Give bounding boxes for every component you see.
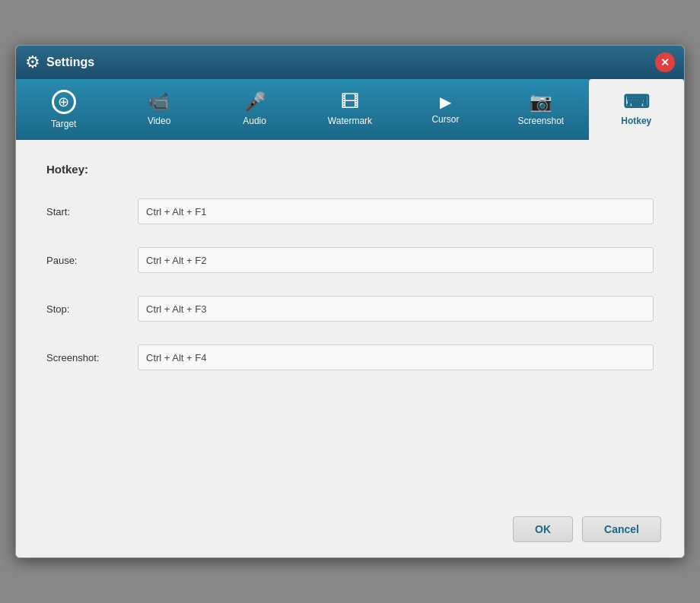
pause-label: Pause: — [46, 255, 138, 266]
hotkey-row-start: Start: — [46, 198, 654, 224]
start-label: Start: — [46, 206, 138, 217]
ok-button[interactable]: OK — [513, 516, 573, 542]
watermark-icon: 🎞 — [341, 93, 359, 111]
hotkey-icon: ⌨ — [623, 93, 650, 111]
hotkey-row-pause: Pause: — [46, 247, 654, 273]
footer: OK Cancel — [16, 505, 684, 557]
section-title: Hotkey: — [46, 163, 654, 176]
tab-audio-label: Audio — [243, 116, 266, 126]
hotkey-row-screenshot: Screenshot: — [46, 344, 654, 370]
tab-watermark[interactable]: 🎞 Watermark — [302, 79, 397, 140]
hotkey-row-stop: Stop: — [46, 296, 654, 322]
tab-video-label: Video — [148, 116, 170, 126]
close-button[interactable]: ✕ — [655, 52, 675, 72]
tab-hotkey[interactable]: ⌨ Hotkey — [589, 79, 684, 140]
tab-cursor[interactable]: ▶ Cursor — [398, 79, 493, 140]
tab-watermark-label: Watermark — [328, 116, 372, 126]
audio-icon: 🎤 — [243, 93, 266, 111]
dialog-title: Settings — [46, 56, 94, 69]
tab-screenshot[interactable]: 📷 Screenshot — [493, 79, 588, 140]
stop-label: Stop: — [46, 303, 138, 315]
cursor-icon: ▶ — [440, 94, 451, 109]
screenshot-icon: 📷 — [530, 93, 552, 111]
screenshot-label: Screenshot: — [46, 352, 138, 363]
cancel-button[interactable]: Cancel — [582, 516, 661, 542]
pause-input[interactable] — [138, 247, 654, 273]
target-icon: ⊕ — [52, 90, 76, 114]
settings-icon: ⚙ — [25, 52, 40, 72]
video-icon: 📹 — [148, 93, 170, 111]
tab-bar: ⊕ Target 📹 Video 🎤 Audio 🎞 Watermark ▶ C… — [16, 79, 684, 140]
tab-screenshot-label: Screenshot — [517, 116, 564, 126]
title-bar-left: ⚙ Settings — [25, 52, 94, 72]
tab-target-label: Target — [51, 119, 76, 129]
tab-video[interactable]: 📹 Video — [111, 79, 206, 140]
tab-hotkey-label: Hotkey — [621, 116, 651, 126]
screenshot-input[interactable] — [138, 344, 654, 370]
stop-input[interactable] — [138, 296, 654, 322]
start-input[interactable] — [138, 198, 654, 224]
tab-cursor-label: Cursor — [431, 114, 459, 125]
tab-target[interactable]: ⊕ Target — [16, 79, 111, 140]
title-bar: ⚙ Settings ✕ — [16, 46, 684, 79]
tab-audio[interactable]: 🎤 Audio — [207, 79, 302, 140]
settings-dialog: ⚙ Settings ✕ ⊕ Target 📹 Video 🎤 Audio 🎞 … — [15, 45, 685, 558]
content-area: Hotkey: Start: Pause: Stop: Screenshot: — [16, 140, 684, 505]
